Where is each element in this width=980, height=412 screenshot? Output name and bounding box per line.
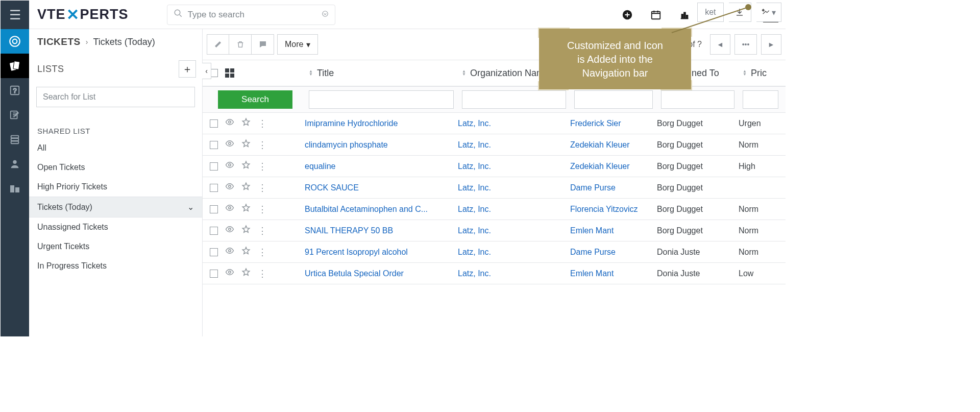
table-row: ⋮Imipramine HydrochlorideLatz, Inc.Frede…	[203, 113, 786, 134]
cell-contact[interactable]: Frederick Sier	[570, 119, 657, 128]
row-checkbox[interactable]	[210, 205, 218, 213]
breadcrumb-module[interactable]: TICKETS	[37, 36, 81, 47]
row-menu-icon[interactable]: ⋮	[258, 204, 267, 215]
row-checkbox[interactable]	[210, 119, 218, 128]
cell-title[interactable]: ROCK SAUCE	[305, 183, 458, 192]
list-item[interactable]: Open Tickets	[29, 158, 202, 177]
cell-title[interactable]: 91 Percent Isopropyl alcohol	[305, 248, 458, 257]
list-item[interactable]: All	[29, 138, 202, 158]
pager-next[interactable]: ►	[761, 34, 781, 55]
row-checkbox[interactable]	[210, 227, 218, 235]
preview-icon[interactable]	[225, 268, 234, 279]
list-item-active[interactable]: Tickets (Today) ⌄	[29, 197, 202, 217]
row-menu-icon[interactable]: ⋮	[258, 118, 267, 129]
star-icon[interactable]	[241, 117, 251, 129]
servers-icon[interactable]	[1, 127, 29, 152]
preview-icon[interactable]	[225, 246, 234, 258]
preview-icon[interactable]	[225, 117, 234, 129]
cell-contact[interactable]: Zedekiah Kleuer	[570, 140, 657, 150]
compose-icon[interactable]	[1, 103, 29, 127]
cell-title[interactable]: SNAIL THERAPY 50 BB	[305, 226, 458, 235]
hamburger-icon[interactable]: ☰	[1, 1, 29, 29]
add-icon[interactable]	[620, 8, 634, 22]
col-priority[interactable]: ▲▼Pric	[739, 68, 785, 79]
row-menu-icon[interactable]: ⋮	[258, 225, 267, 236]
list-search[interactable]	[36, 87, 195, 107]
cell-title[interactable]: Urtica Betula Special Order	[305, 269, 458, 278]
star-icon[interactable]	[241, 225, 251, 236]
cell-contact[interactable]: Dame Purse	[570, 248, 657, 257]
user-icon[interactable]	[1, 152, 29, 176]
row-menu-icon[interactable]: ⋮	[258, 268, 267, 279]
buildings-icon[interactable]	[1, 176, 29, 201]
add-list-button[interactable]: ＋	[179, 60, 196, 78]
filter-org-input[interactable]	[462, 90, 566, 109]
cell-title[interactable]: Butalbital Acetaminophen and C...	[305, 205, 458, 214]
cell-title[interactable]: equaline	[305, 162, 458, 171]
col-title[interactable]: ▲▼Title	[305, 68, 458, 79]
cell-contact[interactable]: Dame Purse	[570, 183, 657, 192]
help-icon[interactable]: ?	[1, 78, 29, 103]
filter-assigned-input[interactable]	[661, 90, 734, 109]
delete-button[interactable]	[229, 34, 252, 55]
comment-button[interactable]	[252, 34, 274, 55]
star-icon[interactable]	[241, 268, 251, 279]
global-search-input[interactable]	[188, 10, 322, 20]
more-button[interactable]: More▾	[277, 34, 318, 55]
row-checkbox[interactable]	[210, 184, 218, 192]
cell-contact[interactable]: Emlen Mant	[570, 226, 657, 235]
cell-org[interactable]: Latz, Inc.	[458, 205, 570, 214]
preview-icon[interactable]	[225, 203, 234, 215]
star-icon[interactable]	[241, 160, 251, 172]
preview-icon[interactable]	[225, 160, 234, 172]
cell-org[interactable]: Latz, Inc.	[458, 162, 570, 171]
list-item[interactable]: In Progress Tickets	[29, 256, 202, 276]
chevron-down-icon[interactable]	[322, 10, 329, 19]
lifesaver-icon[interactable]	[1, 29, 29, 54]
cell-title[interactable]: Imipramine Hydrochloride	[305, 119, 458, 128]
list-item[interactable]: High Prioriy Tickets	[29, 177, 202, 197]
star-icon[interactable]	[241, 182, 251, 193]
star-icon[interactable]	[241, 203, 251, 215]
edit-button[interactable]	[207, 34, 229, 55]
filter-contact-input[interactable]	[574, 90, 653, 109]
row-menu-icon[interactable]: ⋮	[258, 161, 267, 172]
cell-contact[interactable]: Florencia Yitzovicz	[570, 205, 657, 214]
cell-contact[interactable]: Zedekiah Kleuer	[570, 162, 657, 171]
cell-title[interactable]: clindamycin phosphate	[305, 140, 458, 150]
search-button[interactable]: Search	[218, 90, 292, 109]
row-checkbox[interactable]	[210, 248, 218, 256]
filter-priority-input[interactable]	[743, 90, 778, 109]
row-menu-icon[interactable]: ⋮	[258, 247, 267, 258]
cell-priority: Low	[739, 269, 785, 278]
cards-icon[interactable]	[1, 54, 29, 78]
cell-org[interactable]: Latz, Inc.	[458, 248, 570, 257]
cell-contact[interactable]: Emlen Mant	[570, 269, 657, 278]
row-checkbox[interactable]	[210, 141, 218, 149]
star-icon[interactable]	[241, 246, 251, 258]
cell-org[interactable]: Latz, Inc.	[458, 269, 570, 278]
filter-title-input[interactable]	[309, 90, 454, 109]
list-item[interactable]: Unassigned Tickets	[29, 217, 202, 237]
cell-org[interactable]: Latz, Inc.	[458, 119, 570, 128]
chevron-down-icon[interactable]: ⌄	[187, 202, 194, 212]
calendar-icon[interactable]	[649, 8, 663, 22]
pager-jump[interactable]: •••	[734, 34, 757, 55]
global-search[interactable]	[167, 5, 335, 25]
preview-icon[interactable]	[225, 225, 234, 236]
pager-prev[interactable]: ◄	[710, 34, 730, 55]
row-checkbox[interactable]	[210, 162, 218, 171]
cell-org[interactable]: Latz, Inc.	[458, 183, 570, 192]
cell-org[interactable]: Latz, Inc.	[458, 140, 570, 150]
list-search-input[interactable]	[43, 92, 188, 102]
collapse-handle[interactable]: ‹	[202, 63, 211, 79]
row-checkbox[interactable]	[210, 270, 218, 278]
row-menu-icon[interactable]: ⋮	[258, 182, 267, 193]
list-item[interactable]: Urgent Ticekts	[29, 237, 202, 256]
cell-org[interactable]: Latz, Inc.	[458, 226, 570, 235]
star-icon[interactable]	[241, 139, 251, 151]
preview-icon[interactable]	[225, 139, 234, 151]
row-menu-icon[interactable]: ⋮	[258, 139, 267, 151]
grid-view-icon[interactable]	[225, 68, 234, 78]
preview-icon[interactable]	[225, 182, 234, 193]
